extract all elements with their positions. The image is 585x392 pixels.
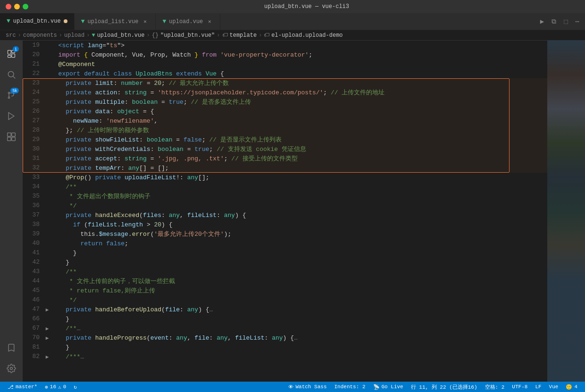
code-content: } bbox=[51, 342, 547, 352]
emoji-status[interactable]: 🙂 4 bbox=[562, 382, 581, 392]
more-icon[interactable]: ⋯ bbox=[574, 17, 581, 26]
minimap bbox=[547, 41, 585, 382]
code-line-47: 47 ▶ private handleBeforeUpload(file: an… bbox=[23, 305, 547, 314]
svg-rect-13 bbox=[12, 137, 16, 141]
code-editor[interactable]: 19 <script lang="ts"> 20 import { Compon… bbox=[23, 41, 547, 382]
activity-search[interactable] bbox=[2, 65, 21, 84]
errors-status[interactable]: ⊗ 16 ⚠ 0 bbox=[41, 382, 70, 392]
line-number: 28 bbox=[23, 125, 43, 135]
git-branch-status[interactable]: ⎇ master* bbox=[4, 382, 41, 392]
code-line-41: 41 } bbox=[23, 248, 547, 258]
line-number: 26 bbox=[23, 107, 43, 116]
line-number: 21 bbox=[23, 59, 43, 69]
window-controls[interactable] bbox=[6, 4, 28, 9]
tab-close-icon[interactable]: ✕ bbox=[141, 18, 149, 25]
window-title: upload_btn.vue — vue-cli3 bbox=[34, 3, 579, 10]
minimize-button[interactable] bbox=[14, 4, 20, 9]
code-content: }; // 上传时附带的额外参数 bbox=[51, 125, 547, 135]
code-content: private tempArr: any[] = []; bbox=[51, 163, 547, 173]
code-line-25: 25 private multiple: boolean = true; // … bbox=[23, 97, 547, 107]
svg-rect-12 bbox=[8, 137, 11, 141]
activity-bookmarks[interactable] bbox=[2, 338, 21, 357]
line-number: 82 bbox=[23, 352, 43, 361]
code-content: * 文件上传前的钩子，可以做一些拦截 bbox=[51, 276, 547, 286]
tab-actions: ▶ ⧉ ⬚ ⋯ bbox=[535, 13, 585, 30]
code-line-44: 44 * 文件上传前的钩子，可以做一些拦截 bbox=[23, 276, 547, 286]
indents-status[interactable]: Indents: 2 bbox=[330, 382, 369, 392]
svg-point-6 bbox=[8, 92, 9, 93]
git-badge: 5k bbox=[10, 88, 19, 93]
code-line-23: 23 private limit: number = 20; // 最大允许上传… bbox=[23, 78, 547, 88]
line-number: 33 bbox=[23, 173, 43, 182]
breadcrumb-element-icon: 🏷 bbox=[264, 32, 269, 39]
code-line-38: 38 if (fileList.length > 20) { bbox=[23, 220, 547, 229]
code-content: this.$message.error('最多允许上传20个文件'); bbox=[51, 229, 547, 239]
line-number: 25 bbox=[23, 97, 43, 107]
maximize-button[interactable] bbox=[23, 4, 28, 9]
status-bar: ⎇ master* ⊗ 16 ⚠ 0 ↻ 👁 Watch Sass Indent… bbox=[0, 382, 585, 392]
line-number: 22 bbox=[23, 69, 43, 78]
code-line-37: 37 private handleExceed(files: any, file… bbox=[23, 210, 547, 220]
line-number: 41 bbox=[23, 248, 43, 258]
code-line-34: 34 /** bbox=[23, 182, 547, 192]
code-line-43: 43 /** bbox=[23, 267, 547, 276]
breadcrumb-src[interactable]: src bbox=[6, 32, 16, 39]
code-content: private handleProgress(event: any, file:… bbox=[51, 333, 547, 342]
watch-sass-status[interactable]: 👁 Watch Sass bbox=[284, 382, 330, 392]
breadcrumb-file[interactable]: upload_btn.vue bbox=[97, 32, 145, 39]
spaces-status[interactable]: 空格: 2 bbox=[481, 382, 509, 392]
svg-point-4 bbox=[8, 71, 14, 77]
eol-status[interactable]: LF bbox=[531, 382, 545, 392]
close-button[interactable] bbox=[6, 4, 11, 9]
code-content: private handleExceed(files: any, fileLis… bbox=[51, 210, 547, 220]
minimap-content bbox=[547, 41, 585, 382]
breadcrumb-element[interactable]: el-upload.upload-demo bbox=[271, 32, 343, 39]
breadcrumb-component-name[interactable]: "upload_btn.vue" bbox=[160, 32, 215, 39]
highlight-region-wrapper: 23 private limit: number = 20; // 最大允许上传… bbox=[23, 78, 547, 173]
line-number: 23 bbox=[23, 78, 43, 88]
activity-extensions[interactable] bbox=[2, 127, 21, 146]
activity-settings[interactable] bbox=[2, 359, 21, 378]
encoding-status[interactable]: UTF-8 bbox=[508, 382, 531, 392]
svg-point-7 bbox=[8, 97, 9, 98]
svg-rect-2 bbox=[12, 54, 15, 58]
line-number: 29 bbox=[23, 135, 43, 144]
svg-marker-9 bbox=[8, 113, 14, 120]
breadcrumb-components[interactable]: components bbox=[23, 32, 57, 39]
activity-git[interactable]: 5k bbox=[2, 86, 21, 105]
breadcrumb-object-icon: {} bbox=[152, 32, 159, 39]
code-content: private action: string = 'https://jsonpl… bbox=[51, 88, 547, 97]
code-line-40: 40 return false; bbox=[23, 239, 547, 248]
code-line-33: 33 @Prop() private uploadFileList!: any[… bbox=[23, 173, 547, 182]
sync-status[interactable]: ↻ bbox=[70, 382, 81, 392]
code-line-82: 82 ▶ /***… bbox=[23, 352, 547, 361]
position-status[interactable]: 行 11, 列 22 (已选择16) bbox=[407, 382, 481, 392]
language-status[interactable]: Vue bbox=[545, 382, 562, 392]
breadcrumb-upload[interactable]: upload bbox=[64, 32, 84, 39]
line-number: 27 bbox=[23, 116, 43, 125]
titlebar: upload_btn.vue — vue-cli3 bbox=[0, 0, 585, 13]
error-icon: ⊗ bbox=[45, 384, 48, 390]
tab-upload-list[interactable]: ▼ upload_list.vue ✕ bbox=[75, 13, 156, 30]
line-number: 35 bbox=[23, 192, 43, 201]
tab-close-icon[interactable]: ✕ bbox=[206, 18, 213, 25]
split-editor-icon[interactable]: ⧉ bbox=[550, 17, 558, 26]
line-number: 36 bbox=[23, 201, 43, 210]
code-line-46: 46 */ bbox=[23, 295, 547, 305]
activity-explorer[interactable]: 1 bbox=[2, 44, 21, 63]
activity-debug[interactable] bbox=[2, 107, 21, 125]
tab-upload-btn[interactable]: ▼ upload_btn.vue bbox=[0, 13, 75, 30]
breadcrumb-template[interactable]: template bbox=[230, 32, 257, 39]
go-live-status[interactable]: 📡 Go Live bbox=[369, 382, 407, 392]
smiley-icon: 🙂 bbox=[566, 384, 572, 390]
layout-icon[interactable]: ⬚ bbox=[562, 17, 569, 26]
run-icon[interactable]: ▶ bbox=[538, 17, 546, 26]
svg-line-5 bbox=[13, 76, 16, 79]
svg-rect-3 bbox=[8, 55, 11, 57]
tab-upload[interactable]: ▼ upload.vue ✕ bbox=[156, 13, 220, 30]
line-number: 38 bbox=[23, 220, 43, 229]
svg-rect-10 bbox=[8, 133, 11, 137]
code-line-31: 31 private accept: string = '.jpg, .png,… bbox=[23, 154, 547, 163]
code-content: private accept: string = '.jpg, .png, .t… bbox=[51, 154, 547, 163]
position-label: 行 11, 列 22 (已选择16) bbox=[411, 384, 477, 391]
